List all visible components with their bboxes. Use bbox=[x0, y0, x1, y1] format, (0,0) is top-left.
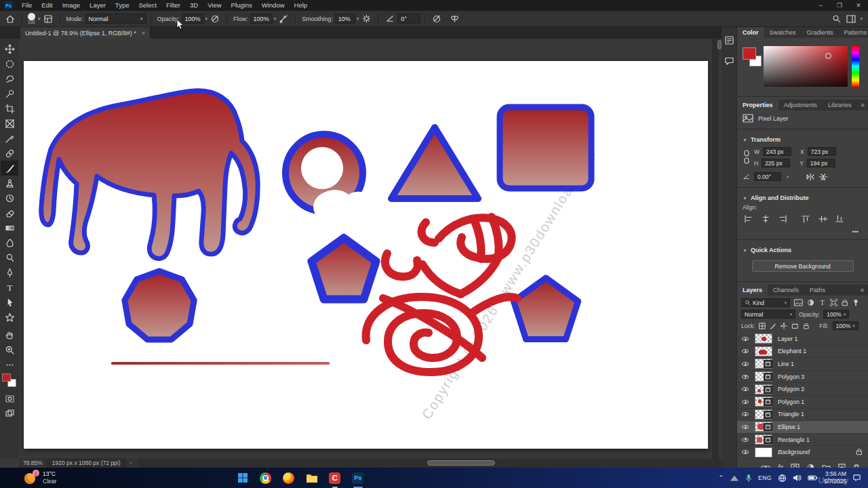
menu-file[interactable]: File bbox=[17, 0, 37, 11]
minimize-button[interactable]: – bbox=[811, 0, 830, 11]
y-field[interactable]: 194 px bbox=[807, 159, 835, 167]
smoothing-field[interactable]: 10% bbox=[335, 14, 355, 24]
file-explorer-icon[interactable] bbox=[304, 470, 320, 486]
filter-smart-objects-icon[interactable] bbox=[842, 299, 848, 306]
canvas-area[interactable]: Copyright @ 2026 - www.p30download.com bbox=[19, 39, 722, 468]
tab-patterns[interactable]: Patterns bbox=[839, 27, 868, 38]
flip-horizontal-icon[interactable] bbox=[806, 173, 815, 181]
filter-adjustment-layers-icon[interactable] bbox=[807, 299, 814, 306]
language-indicator[interactable]: ENG bbox=[758, 474, 772, 481]
workspace-switcher-icon[interactable] bbox=[845, 13, 857, 25]
photoshop-taskbar-icon[interactable]: Ps bbox=[350, 470, 366, 486]
layer-row[interactable]: Elephant 1 bbox=[737, 346, 868, 359]
layer-row[interactable]: Polygon 1 bbox=[737, 396, 868, 409]
rectangle-shape[interactable] bbox=[500, 107, 591, 188]
visibility-eye-icon[interactable] bbox=[740, 375, 751, 379]
tab-paths[interactable]: Paths bbox=[804, 285, 831, 296]
polygon3-shape[interactable] bbox=[513, 278, 578, 340]
opacity-pressure-icon[interactable] bbox=[209, 13, 221, 25]
filter-pixel-layers-icon[interactable] bbox=[794, 299, 803, 306]
tool-frame[interactable] bbox=[1, 116, 18, 131]
tab-color[interactable]: Color bbox=[737, 27, 764, 38]
notification-center-icon[interactable] bbox=[852, 474, 861, 482]
rotation-field[interactable]: 0.00° bbox=[754, 172, 781, 181]
lock-all-icon[interactable] bbox=[803, 323, 810, 329]
tool-path-select[interactable] bbox=[1, 295, 18, 310]
lock-position-icon[interactable] bbox=[781, 323, 787, 329]
pressure-size-icon[interactable] bbox=[431, 13, 443, 25]
align-more-button[interactable]: ••• bbox=[737, 227, 868, 237]
transform-collapse-icon[interactable]: ▼ bbox=[743, 138, 747, 142]
align-left-icon[interactable] bbox=[744, 215, 753, 223]
tool-brush[interactable] bbox=[1, 161, 18, 176]
visibility-eye-icon[interactable] bbox=[740, 425, 751, 429]
tool-quick-select[interactable] bbox=[1, 86, 18, 101]
layer-filter-kind-select[interactable]: Kind ▾ bbox=[741, 298, 790, 307]
blend-mode-select[interactable]: Normal▾ bbox=[741, 310, 795, 319]
zoom-level[interactable]: 78.85% bbox=[19, 460, 47, 466]
visibility-eye-icon[interactable] bbox=[740, 412, 751, 416]
comments-panel-icon[interactable] bbox=[724, 56, 734, 67]
layer-row[interactable]: Triangle 1 bbox=[737, 409, 868, 422]
menu-edit[interactable]: Edit bbox=[37, 0, 57, 11]
filter-type-layers-icon[interactable]: T bbox=[818, 299, 826, 306]
tool-type[interactable]: T bbox=[1, 280, 18, 295]
display-icon[interactable] bbox=[730, 474, 739, 482]
camtasia-icon[interactable]: C bbox=[327, 470, 343, 486]
lock-pixels-icon[interactable] bbox=[770, 323, 776, 329]
network-icon[interactable] bbox=[778, 474, 787, 483]
tool-move[interactable] bbox=[1, 41, 18, 56]
x-field[interactable]: 723 px bbox=[808, 147, 836, 156]
brush-preset-picker[interactable]: 102 bbox=[28, 13, 35, 25]
tool-clone-stamp[interactable] bbox=[1, 176, 18, 190]
weather-widget[interactable]: 1 13°C Clear bbox=[0, 470, 56, 485]
restore-button[interactable]: ❐ bbox=[830, 0, 849, 11]
symmetry-butterfly-icon[interactable] bbox=[448, 13, 460, 25]
constrain-proportions-icon[interactable] bbox=[743, 148, 751, 166]
menu-view[interactable]: View bbox=[203, 0, 226, 11]
menu-layer[interactable]: Layer bbox=[85, 0, 111, 11]
tab-gradients[interactable]: Gradients bbox=[802, 27, 839, 38]
lock-transparency-icon[interactable] bbox=[759, 323, 766, 329]
hue-slider[interactable] bbox=[852, 46, 859, 87]
tool-eyedropper[interactable] bbox=[1, 131, 18, 146]
tool-marquee[interactable] bbox=[1, 56, 18, 71]
tab-layers[interactable]: Layers bbox=[737, 285, 768, 296]
history-panel-icon[interactable] bbox=[724, 35, 734, 47]
opacity-chevron-icon[interactable]: ▾ bbox=[205, 16, 208, 22]
menu-window[interactable]: Window bbox=[257, 0, 290, 11]
tab-adjustments[interactable]: Adjustments bbox=[778, 100, 823, 110]
flip-vertical-icon[interactable] bbox=[818, 173, 828, 181]
tool-crop[interactable] bbox=[1, 101, 18, 116]
menu-plugins[interactable]: Plugins bbox=[226, 0, 257, 11]
properties-panel-menu-icon[interactable]: ≡ bbox=[857, 100, 868, 110]
chrome-icon[interactable] bbox=[258, 470, 274, 486]
remove-background-button[interactable]: Remove Background bbox=[752, 260, 854, 272]
menu-filter[interactable]: Filter bbox=[161, 0, 185, 11]
tool-gradient[interactable] bbox=[1, 220, 18, 235]
align-bottom-icon[interactable] bbox=[835, 215, 845, 223]
tool-dodge[interactable] bbox=[1, 250, 18, 265]
polygon2-shape[interactable] bbox=[311, 238, 376, 300]
tab-close-icon[interactable]: × bbox=[142, 30, 145, 37]
quick-actions-collapse-icon[interactable]: ▼ bbox=[743, 248, 747, 253]
horizontal-scrollbar[interactable] bbox=[138, 458, 722, 468]
layers-fill-field[interactable]: 100%▾ bbox=[833, 321, 859, 330]
layers-panel-menu-icon[interactable]: ≡ bbox=[856, 285, 868, 296]
search-icon[interactable] bbox=[830, 13, 842, 25]
menu-type[interactable]: Type bbox=[111, 0, 134, 11]
brush-picker-chevron-icon[interactable]: ▾ bbox=[38, 16, 41, 22]
airbrush-icon[interactable] bbox=[277, 13, 290, 25]
opacity-field[interactable]: 100% bbox=[182, 14, 204, 24]
layer-row[interactable]: Polygon 3 bbox=[737, 371, 868, 384]
layer-row-selected[interactable]: Ellipse 1 bbox=[737, 421, 868, 434]
align-collapse-icon[interactable]: ▼ bbox=[743, 196, 747, 201]
status-chevron-icon[interactable]: › bbox=[126, 460, 136, 466]
layer-row[interactable]: Polygon 2 bbox=[737, 383, 868, 396]
color-saturation-field[interactable] bbox=[764, 46, 848, 87]
visibility-eye-icon[interactable] bbox=[740, 362, 751, 366]
document-artboard[interactable]: Copyright @ 2026 - www.p30download.com bbox=[24, 61, 708, 449]
home-icon[interactable] bbox=[4, 13, 16, 25]
tool-hand[interactable] bbox=[1, 327, 18, 342]
foreground-swatch-small[interactable] bbox=[743, 47, 756, 60]
